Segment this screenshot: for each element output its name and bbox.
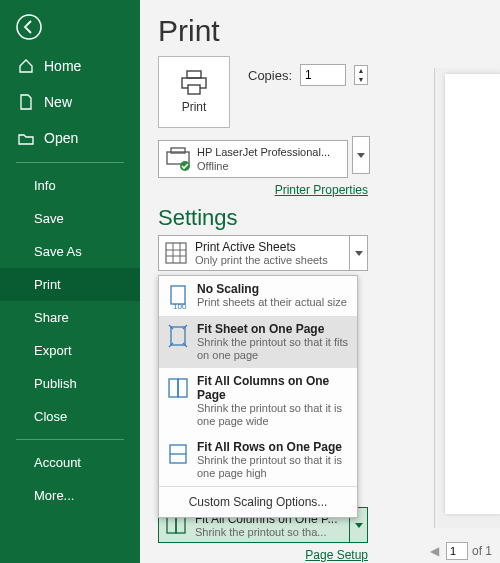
fit-rows-icon bbox=[167, 442, 189, 468]
new-icon bbox=[18, 94, 34, 110]
sidebar-label: Print bbox=[34, 277, 61, 292]
svg-rect-1 bbox=[187, 71, 201, 78]
fit-columns-icon bbox=[167, 376, 189, 402]
sidebar-label: Account bbox=[34, 455, 81, 470]
sidebar-label: Close bbox=[34, 409, 67, 424]
sidebar-label: Publish bbox=[34, 376, 77, 391]
back-arrow-icon bbox=[16, 14, 42, 40]
page-setup-link[interactable]: Page Setup bbox=[305, 548, 368, 562]
print-preview bbox=[434, 68, 500, 528]
svg-rect-7 bbox=[166, 243, 186, 263]
print-active-sheets-selector[interactable]: Print Active Sheets Only print the activ… bbox=[158, 235, 350, 271]
option-title: Fit Sheet on One Page bbox=[197, 322, 349, 336]
sidebar-label: Open bbox=[44, 130, 78, 146]
print-active-sheets-row: Print Active Sheets Only print the activ… bbox=[158, 235, 368, 271]
scaling-option-fit-columns[interactable]: Fit All Columns on One Page Shrink the p… bbox=[159, 368, 357, 434]
printer-properties-link[interactable]: Printer Properties bbox=[275, 183, 368, 197]
page-number-input[interactable] bbox=[446, 542, 468, 560]
option-desc: Shrink the printout so that it is one pa… bbox=[197, 402, 349, 428]
chevron-down-icon bbox=[355, 523, 363, 528]
copies-spinner: ▲ ▼ bbox=[354, 65, 368, 85]
scaling-option-fit-rows[interactable]: Fit All Rows on One Page Shrink the prin… bbox=[159, 434, 357, 486]
sidebar-item-home[interactable]: Home bbox=[0, 48, 140, 84]
backstage-sidebar: Home New Open Info Save Save As Print Sh… bbox=[0, 0, 140, 563]
sidebar-label: New bbox=[44, 94, 72, 110]
sidebar-item-save[interactable]: Save bbox=[0, 202, 140, 235]
svg-text:100: 100 bbox=[173, 302, 187, 310]
sidebar-item-share[interactable]: Share bbox=[0, 301, 140, 334]
svg-rect-3 bbox=[188, 85, 200, 94]
sidebar-item-export[interactable]: Export bbox=[0, 334, 140, 367]
sidebar-item-new[interactable]: New bbox=[0, 84, 140, 120]
print-label: Print bbox=[182, 100, 207, 114]
separator bbox=[16, 439, 124, 440]
scaling-option-no-scaling[interactable]: 100 No Scaling Print sheets at their act… bbox=[159, 276, 357, 316]
sidebar-label: Info bbox=[34, 178, 56, 193]
chevron-down-icon bbox=[355, 251, 363, 256]
sidebar-item-close[interactable]: Close bbox=[0, 400, 140, 433]
printer-status: Offline bbox=[197, 159, 330, 173]
svg-rect-14 bbox=[171, 327, 185, 345]
option-title: No Scaling bbox=[197, 282, 347, 296]
sidebar-label: Home bbox=[44, 58, 81, 74]
sidebar-label: Share bbox=[34, 310, 69, 325]
sidebar-label: Export bbox=[34, 343, 72, 358]
printer-device-icon bbox=[165, 146, 191, 172]
back-button[interactable] bbox=[0, 0, 140, 48]
printer-name: HP LaserJet Professional... bbox=[197, 145, 330, 159]
spinner-down[interactable]: ▼ bbox=[355, 75, 367, 84]
svg-rect-16 bbox=[178, 379, 187, 397]
spinner-up[interactable]: ▲ bbox=[355, 66, 367, 75]
copies-control: Copies: ▲ ▼ bbox=[248, 64, 368, 86]
page-title: Print bbox=[158, 14, 484, 48]
preview-sheet bbox=[445, 74, 500, 514]
sidebar-item-info[interactable]: Info bbox=[0, 169, 140, 202]
sheets-icon bbox=[165, 240, 187, 266]
sidebar-item-print[interactable]: Print bbox=[0, 268, 140, 301]
option-title: Fit All Columns on One Page bbox=[197, 374, 349, 402]
page-setup-row: Page Setup bbox=[158, 547, 368, 562]
printer-text: HP LaserJet Professional... Offline bbox=[197, 145, 330, 173]
scaling-popup-anchor: 100 No Scaling Print sheets at their act… bbox=[158, 275, 368, 503]
option-desc: Print sheets at their actual size bbox=[197, 296, 347, 309]
page-total: of 1 bbox=[472, 544, 492, 558]
printer-icon bbox=[179, 70, 209, 96]
sidebar-item-more[interactable]: More... bbox=[0, 479, 140, 512]
print-button[interactable]: Print bbox=[158, 56, 230, 128]
svg-point-0 bbox=[17, 15, 41, 39]
option-desc: Shrink the printout so that it fits on o… bbox=[197, 336, 349, 362]
copies-label: Copies: bbox=[248, 68, 292, 83]
setting-subtitle: Only print the active sheets bbox=[195, 254, 328, 266]
fit-sheet-icon bbox=[167, 324, 189, 350]
setting-subtitle: Shrink the printout so tha... bbox=[195, 526, 335, 538]
no-scaling-icon: 100 bbox=[167, 284, 189, 310]
home-icon bbox=[18, 58, 34, 74]
sidebar-item-open[interactable]: Open bbox=[0, 120, 140, 156]
sidebar-label: Save As bbox=[34, 244, 82, 259]
sidebar-label: More... bbox=[34, 488, 74, 503]
copies-input[interactable] bbox=[300, 64, 346, 86]
page-navigator: ◀ of 1 bbox=[428, 542, 492, 560]
option-title: Fit All Rows on One Page bbox=[197, 440, 349, 454]
scaling-dropdown-popup: 100 No Scaling Print sheets at their act… bbox=[158, 275, 358, 518]
chevron-down-icon bbox=[357, 153, 365, 158]
setting-title: Print Active Sheets bbox=[195, 240, 328, 254]
open-icon bbox=[18, 130, 34, 146]
printer-dropdown-arrow[interactable] bbox=[352, 136, 370, 174]
svg-rect-15 bbox=[169, 379, 178, 397]
sidebar-item-saveas[interactable]: Save As bbox=[0, 235, 140, 268]
sidebar-item-publish[interactable]: Publish bbox=[0, 367, 140, 400]
custom-scaling-options[interactable]: Custom Scaling Options... bbox=[159, 487, 357, 517]
sidebar-label: Save bbox=[34, 211, 64, 226]
dropdown-arrow[interactable] bbox=[350, 235, 368, 271]
printer-selector[interactable]: HP LaserJet Professional... Offline bbox=[158, 140, 348, 178]
prev-page-button[interactable]: ◀ bbox=[428, 544, 442, 558]
separator bbox=[16, 162, 124, 163]
printer-properties-row: Printer Properties bbox=[158, 182, 368, 197]
sidebar-item-account[interactable]: Account bbox=[0, 446, 140, 479]
scaling-option-fit-sheet[interactable]: Fit Sheet on One Page Shrink the printou… bbox=[159, 316, 357, 368]
option-desc: Shrink the printout so that it is one pa… bbox=[197, 454, 349, 480]
